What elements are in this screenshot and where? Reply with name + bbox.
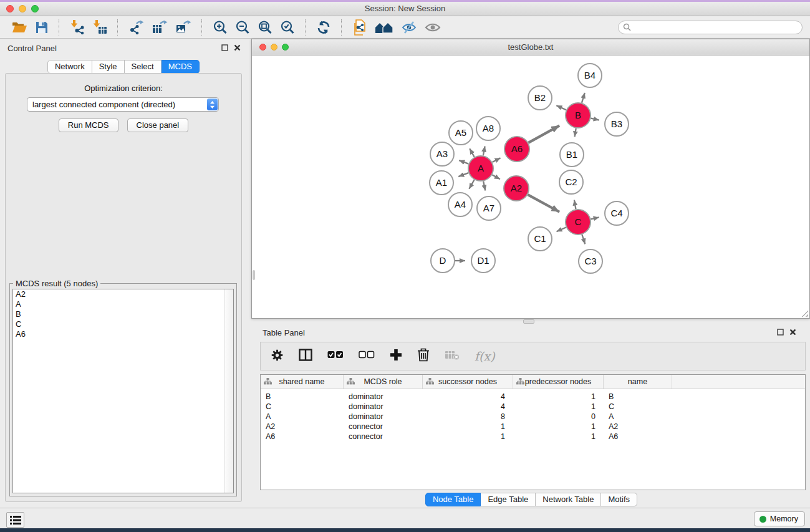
memory-label: Memory	[770, 515, 798, 523]
cell-shared-name: A6	[261, 432, 344, 442]
tab-select[interactable]: Select	[125, 60, 162, 74]
tab-motifs[interactable]: Motifs	[601, 493, 637, 506]
unselect-all-columns-icon[interactable]	[359, 351, 375, 362]
zoom-selected-icon[interactable]	[280, 18, 295, 37]
network-zoom-button[interactable]	[282, 44, 289, 51]
zoom-in-icon[interactable]	[213, 18, 228, 37]
column-header-predecessor-nodes[interactable]: predecessor nodes	[513, 375, 604, 389]
show-column-panel-icon[interactable]	[299, 349, 312, 364]
result-item-a2[interactable]: A2	[13, 289, 233, 299]
close-window-button[interactable]	[6, 5, 14, 12]
cell-successor-nodes: 1	[423, 432, 513, 442]
graph-edge-A-A3[interactable]	[459, 160, 468, 164]
cell-successor-nodes: 4	[423, 392, 513, 402]
export-network-icon[interactable]	[128, 18, 144, 37]
toolbar-separator	[201, 19, 203, 36]
canvas-scrollbar-fragment[interactable]	[253, 270, 255, 280]
column-header-name[interactable]: name	[604, 375, 672, 389]
network-canvas[interactable]: B4B2BB3A8A5A6A3B1AA1C2A2A4A7C4CC1C3DD1	[252, 56, 809, 318]
graph-edge-B-B1[interactable]	[575, 128, 576, 137]
tab-mcds[interactable]: MCDS	[162, 60, 200, 74]
tab-network-table[interactable]: Network Table	[536, 493, 601, 506]
memory-button[interactable]: Memory	[754, 511, 805, 526]
delete-table-icon-disabled	[445, 349, 460, 363]
graph-edge-C-C2[interactable]	[574, 200, 576, 210]
show-selected-eye-icon[interactable]	[425, 18, 441, 37]
mcds-tab-content: Optimization criterion: largest connecte…	[5, 73, 242, 502]
control-panel-tabs: NetworkStyleSelectMCDS	[0, 60, 247, 74]
graph-edge-A2-C[interactable]	[528, 195, 559, 212]
import-network-icon[interactable]	[70, 18, 85, 37]
graph-edge-A-A8[interactable]	[483, 147, 485, 156]
network-minimize-button[interactable]	[271, 44, 277, 51]
tab-node-table[interactable]: Node Table	[425, 493, 481, 506]
cell-mcds-role: connector	[344, 432, 423, 442]
hide-selected-eye-slash-icon[interactable]	[401, 18, 417, 37]
table-settings-gear-icon[interactable]	[271, 349, 284, 364]
export-table-icon[interactable]	[152, 18, 168, 37]
result-item-a6[interactable]: A6	[13, 329, 233, 339]
criterion-select[interactable]: largest connected component (directed)	[27, 97, 219, 112]
zoom-fit-icon[interactable]	[258, 18, 272, 37]
graph-edge-C-C4[interactable]	[591, 217, 599, 219]
close-panel-button[interactable]: Close panel	[127, 118, 189, 132]
graph-edge-A6-B[interactable]	[528, 125, 559, 142]
close-panel-icon[interactable]	[234, 44, 241, 51]
graph-edge-A-A1[interactable]	[458, 173, 468, 177]
table-row-a6[interactable]: A6connector11A6	[261, 432, 805, 442]
save-session-icon[interactable]	[35, 18, 49, 37]
result-item-b[interactable]: B	[13, 309, 233, 319]
graph-edge-A-A7[interactable]	[483, 181, 485, 191]
search-field[interactable]	[618, 21, 803, 34]
import-table-icon[interactable]	[92, 18, 107, 37]
float-panel-icon[interactable]	[221, 44, 228, 51]
table-row-a[interactable]: Adominator80A	[261, 412, 805, 422]
result-list-scrollbar[interactable]	[224, 289, 233, 493]
tab-edge-table[interactable]: Edge Table	[481, 493, 536, 506]
network-view-window: testGlobe.txt B4B2BB3A8A5A6A3B1AA1C2A2A4…	[251, 39, 810, 319]
table-row-c[interactable]: Cdominator41C	[261, 402, 805, 412]
minimize-window-button[interactable]	[19, 5, 26, 12]
table-panel-title: Table Panel	[263, 328, 305, 337]
graph-edge-A-A4[interactable]	[469, 180, 474, 189]
network-window-titlebar[interactable]: testGlobe.txt	[252, 39, 809, 56]
node-table: shared nameMCDS rolesuccessor nodesprede…	[260, 374, 806, 490]
graph-edge-C-C3[interactable]	[582, 235, 585, 244]
graph-edge-A-A5[interactable]	[470, 148, 475, 157]
criterion-selected-value: largest connected component (directed)	[27, 100, 207, 109]
select-all-columns-icon[interactable]	[327, 351, 344, 362]
delete-column-trash-icon[interactable]	[417, 348, 430, 364]
table-row-b[interactable]: Bdominator41B	[261, 392, 805, 402]
result-item-a[interactable]: A	[13, 299, 233, 309]
tab-network[interactable]: Network	[47, 60, 92, 74]
graph-edge-A-A6[interactable]	[493, 158, 501, 162]
show-panels-list-button[interactable]	[6, 512, 24, 528]
run-mcds-button[interactable]: Run MCDS	[59, 118, 118, 132]
column-header-successor-nodes[interactable]: successor nodes	[423, 375, 513, 389]
create-column-plus-icon[interactable]	[390, 349, 402, 364]
graph-edge-B-B3[interactable]	[591, 118, 599, 120]
refresh-layout-icon[interactable]	[316, 18, 331, 37]
duplicate-network-icon[interactable]	[352, 18, 367, 37]
cell-predecessor-nodes: 0	[513, 412, 604, 422]
zoom-out-icon[interactable]	[235, 18, 250, 37]
network-close-button[interactable]	[259, 44, 266, 51]
result-item-c[interactable]: C	[13, 319, 233, 329]
tab-style[interactable]: Style	[92, 60, 125, 74]
open-session-icon[interactable]	[11, 18, 27, 37]
show-all-networks-icon[interactable]	[375, 18, 393, 37]
graph-edge-B-B2[interactable]	[556, 105, 566, 110]
column-header-mcds-role[interactable]: MCDS role	[344, 375, 423, 389]
graph-edge-C-C1[interactable]	[557, 227, 566, 231]
graph-node-label-D1: D1	[477, 255, 489, 266]
column-header-shared-name[interactable]: shared name	[261, 375, 344, 389]
search-input[interactable]	[634, 22, 798, 32]
close-table-panel-icon[interactable]	[789, 329, 796, 336]
graph-edge-A-A2[interactable]	[492, 175, 500, 179]
float-table-panel-icon[interactable]	[777, 329, 784, 336]
graph-edge-B-B4[interactable]	[582, 93, 585, 103]
export-image-icon[interactable]	[175, 18, 191, 37]
table-row-a2[interactable]: A2connector11A2	[261, 422, 805, 432]
zoom-window-button[interactable]	[31, 5, 39, 12]
column-type-icon	[264, 378, 272, 385]
